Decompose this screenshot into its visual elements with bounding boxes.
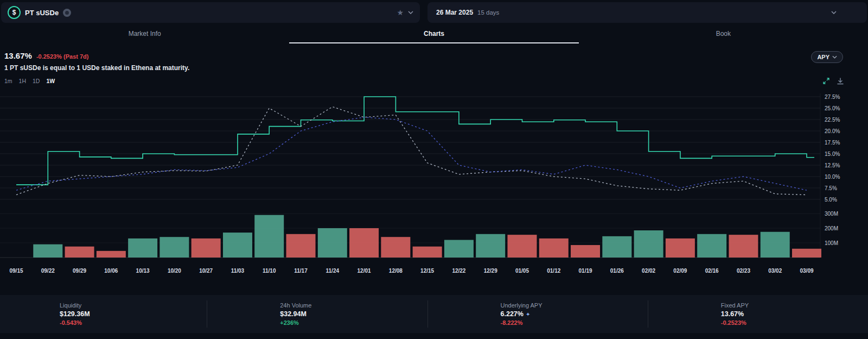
tab-market-info[interactable]: Market Info (0, 26, 289, 43)
stat-underlying-apy: Underlying APY 6.227%✦ -8.222% (427, 295, 648, 333)
svg-text:22.5%: 22.5% (825, 117, 840, 123)
apy-volume-chart[interactable]: 27.5%25.0%22.5%20.0%17.5%15.0%12.5%10.0%… (0, 89, 868, 277)
interval-group: 1m 1H 1D 1W (4, 78, 55, 84)
svg-text:25.0%: 25.0% (825, 105, 840, 111)
svg-text:11/10: 11/10 (263, 268, 276, 274)
svg-text:01/05: 01/05 (515, 268, 529, 274)
svg-text:200M: 200M (825, 225, 838, 231)
svg-text:11/03: 11/03 (231, 268, 245, 274)
svg-text:12/22: 12/22 (452, 268, 465, 274)
interval-1w[interactable]: 1W (46, 78, 55, 84)
interval-1m[interactable]: 1m (4, 78, 12, 84)
chevron-down-icon[interactable] (408, 11, 413, 14)
stat-value: 13.67% (721, 310, 868, 318)
dollar-coin-icon: $ (8, 6, 21, 19)
maturity-days: 15 days (477, 9, 499, 16)
stats-bar: Liquidity $129.36M -0.543% 24h Volume $3… (0, 295, 868, 333)
tab-book[interactable]: Book (579, 26, 868, 43)
apy-value: 13.67% (4, 51, 32, 60)
tab-charts[interactable]: Charts (289, 26, 578, 43)
stat-liquidity: Liquidity $129.36M -0.543% (0, 295, 207, 333)
chevron-down-icon[interactable] (831, 11, 837, 14)
favorite-star-icon[interactable]: ★ (397, 9, 404, 16)
stat-change: -0.2523% (721, 319, 868, 326)
stat-value: $32.94M (280, 310, 427, 318)
svg-text:10.0%: 10.0% (825, 174, 840, 180)
stat-24h-volume: 24h Volume $32.94M +236% (207, 295, 427, 333)
stat-fixed-apy: Fixed APY 13.67% -0.2523% (648, 295, 868, 333)
svg-text:02/02: 02/02 (642, 268, 655, 274)
expand-icon[interactable] (822, 77, 830, 85)
stat-change: +236% (280, 319, 427, 326)
svg-text:02/23: 02/23 (737, 268, 750, 274)
svg-text:15.0%: 15.0% (825, 151, 840, 157)
svg-text:09/15: 09/15 (9, 268, 23, 274)
maturity-selector[interactable]: 26 Mar 2025 15 days (427, 2, 867, 23)
token-badge-icon (63, 9, 71, 17)
svg-text:10/13: 10/13 (136, 268, 150, 274)
summary-section: 13.67% -0.2523% (Past 7d) 1 PT sUSDe is … (0, 43, 868, 72)
svg-text:12/08: 12/08 (389, 268, 403, 274)
stat-label: 24h Volume (280, 302, 427, 309)
chart-tools (822, 77, 844, 85)
svg-text:10/27: 10/27 (199, 268, 213, 274)
svg-text:10/20: 10/20 (168, 268, 181, 274)
stat-value-text: 6.227% (501, 310, 524, 318)
svg-text:01/19: 01/19 (579, 268, 592, 274)
metric-selector-button[interactable]: APY (811, 51, 843, 63)
chevron-down-icon (832, 55, 837, 59)
sparkle-icon: ✦ (526, 311, 530, 317)
svg-text:09/22: 09/22 (41, 268, 55, 274)
svg-text:12/01: 12/01 (358, 268, 371, 274)
svg-text:5.0%: 5.0% (825, 197, 837, 203)
svg-text:27.5%: 27.5% (825, 94, 840, 100)
svg-text:03/02: 03/02 (768, 268, 782, 274)
interval-1d[interactable]: 1D (33, 78, 40, 84)
stat-label: Liquidity (60, 302, 207, 309)
svg-text:12/15: 12/15 (420, 268, 434, 274)
svg-text:10/06: 10/06 (104, 268, 118, 274)
svg-text:09/29: 09/29 (73, 268, 86, 274)
svg-text:12/29: 12/29 (484, 268, 497, 274)
interval-1h[interactable]: 1H (19, 78, 26, 84)
token-name: PT sUSDe (25, 9, 59, 17)
stat-change: -8.222% (501, 319, 648, 326)
tab-bar: Market Info Charts Book (0, 26, 868, 43)
metric-selector-label: APY (817, 54, 829, 60)
maturity-date: 26 Mar 2025 (436, 9, 473, 16)
tab-label: Market Info (129, 30, 161, 37)
svg-text:02/09: 02/09 (673, 268, 687, 274)
stat-change: -0.543% (60, 319, 207, 326)
tab-label: Book (716, 30, 731, 37)
apy-change: -0.2523% (Past 7d) (36, 53, 89, 60)
apy-row: 13.67% -0.2523% (Past 7d) (4, 51, 843, 60)
token-description: 1 PT sUSDe is equal to 1 USDe staked in … (4, 64, 843, 72)
svg-text:300M: 300M (825, 211, 838, 217)
chart-toolbar: 1m 1H 1D 1W (0, 72, 868, 85)
top-bar: $ PT sUSDe ★ 26 Mar 2025 15 days (0, 0, 868, 23)
svg-text:11/17: 11/17 (294, 268, 308, 274)
svg-text:01/26: 01/26 (610, 268, 624, 274)
svg-text:7.5%: 7.5% (825, 185, 837, 191)
stat-value: $129.36M (60, 310, 207, 318)
tab-label: Charts (424, 30, 444, 37)
stat-value: 6.227%✦ (501, 310, 648, 318)
svg-text:100M: 100M (825, 240, 838, 246)
svg-text:11/24: 11/24 (326, 268, 340, 274)
stat-label: Fixed APY (721, 302, 868, 309)
svg-text:20.0%: 20.0% (825, 128, 840, 134)
stat-label: Underlying APY (501, 302, 648, 309)
svg-text:12.5%: 12.5% (825, 162, 840, 168)
svg-text:02/16: 02/16 (705, 268, 719, 274)
svg-text:01/12: 01/12 (547, 268, 560, 274)
download-icon[interactable] (837, 77, 844, 85)
svg-text:17.5%: 17.5% (825, 140, 840, 146)
token-selector[interactable]: $ PT sUSDe ★ (1, 2, 420, 23)
chart-canvas: 27.5%25.0%22.5%20.0%17.5%15.0%12.5%10.0%… (0, 89, 868, 277)
svg-text:03/09: 03/09 (800, 268, 813, 274)
